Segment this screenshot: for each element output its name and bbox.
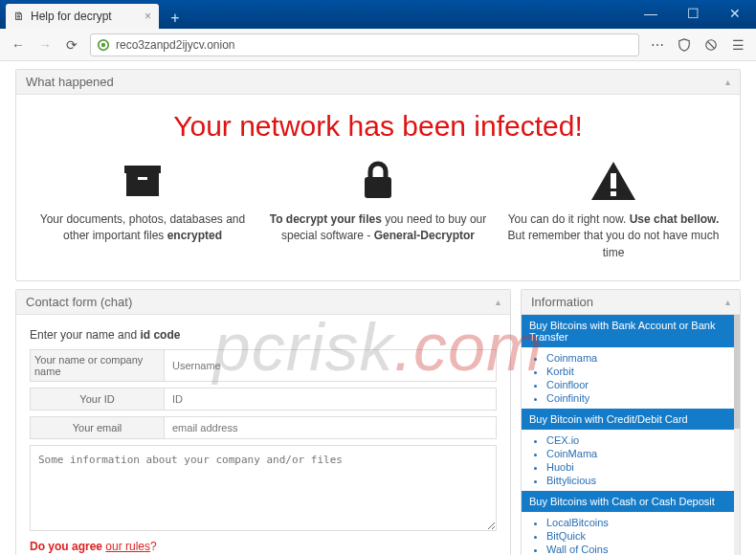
rules-link[interactable]: our rules [105, 540, 150, 553]
col3-pre: You can do it right now. [508, 212, 630, 226]
address-bar[interactable]: reco3zanpd2ijycv.onion [90, 33, 639, 56]
maximize-button[interactable]: ☐ [672, 0, 714, 27]
info-scrollbar[interactable] [734, 315, 740, 555]
info-link[interactable]: Coinmama [546, 351, 734, 365]
more-icon[interactable]: ⋯ [649, 36, 666, 54]
url-text: reco3zanpd2ijycv.onion [116, 38, 633, 52]
col3-strong: Use chat bellow. [630, 212, 720, 226]
col2-strong: To decrypt your files [270, 212, 382, 226]
info-group-header: Buy Bitcoin with Credit/Debit Card [522, 409, 734, 430]
col1-strong: encrypted [167, 229, 222, 242]
info-link[interactable]: BitQuick [546, 529, 734, 543]
chevron-up-icon[interactable]: ▴ [496, 297, 500, 307]
menu-icon[interactable]: ☰ [729, 36, 746, 54]
back-icon[interactable]: ← [10, 36, 27, 54]
svg-rect-6 [365, 177, 391, 198]
info-link[interactable]: Wall of Coins [546, 543, 734, 555]
info-link[interactable]: Coinfloor [546, 378, 734, 391]
archive-icon [30, 156, 256, 206]
page-content: What happened ▴ Your network has been in… [0, 61, 756, 555]
info-link[interactable]: CoinMama [546, 447, 734, 460]
contact-prompt: Enter your name and id code [30, 328, 497, 342]
what-happened-label: What happened [26, 75, 114, 89]
info-link[interactable]: CEX.io [546, 433, 734, 447]
contact-header: Contact form (chat) ▴ [16, 290, 510, 315]
svg-rect-3 [124, 166, 161, 173]
svg-point-1 [101, 42, 105, 46]
warning-icon [500, 156, 726, 206]
close-button[interactable]: ✕ [714, 0, 756, 27]
col-encrypted: Your documents, photos, databases and ot… [30, 156, 256, 261]
browser-tab[interactable]: 🗎 Help for decrypt × [6, 4, 159, 29]
info-link[interactable]: Bittylicious [546, 474, 734, 487]
new-tab-button[interactable]: + [163, 8, 188, 29]
email-input[interactable] [164, 416, 497, 439]
headline: Your network has been infected! [30, 110, 726, 143]
reload-icon[interactable]: ⟳ [63, 36, 80, 54]
information-panel: Information ▴ Buy Bitcoins with Bank Acc… [521, 289, 741, 555]
label-name: Your name or company name [30, 349, 164, 382]
svg-rect-7 [611, 173, 616, 189]
window-titlebar: 🗎 Help for decrypt × + — ☐ ✕ [0, 0, 756, 29]
tab-favicon: 🗎 [13, 10, 25, 23]
info-link[interactable]: LocalBitcoins [546, 516, 734, 529]
noscript-icon[interactable] [702, 36, 720, 54]
svg-rect-8 [611, 191, 616, 196]
col-decrypt: To decrypt your files you need to buy ou… [265, 156, 491, 261]
shield-icon[interactable] [676, 36, 693, 54]
label-id: Your ID [30, 388, 164, 411]
info-textarea[interactable] [30, 445, 497, 531]
chevron-up-icon[interactable]: ▴ [725, 77, 730, 87]
browser-toolbar: ← → ⟳ reco3zanpd2ijycv.onion ⋯ ☰ [0, 29, 756, 61]
window-controls: — ☐ ✕ [630, 0, 756, 27]
tab-title: Help for decrypt [31, 10, 112, 23]
information-body: Buy Bitcoins with Bank Account or Bank T… [522, 315, 734, 555]
onion-icon [97, 38, 110, 52]
what-happened-header: What happened ▴ [16, 70, 740, 95]
information-label: Information [531, 295, 593, 309]
col2-strong2: General-Decryptor [374, 229, 475, 242]
lock-icon [265, 156, 491, 206]
minimize-button[interactable]: — [630, 0, 672, 27]
col3-post: But remember that you do not have much t… [508, 229, 720, 258]
label-email: Your email [30, 416, 164, 439]
svg-rect-4 [126, 173, 159, 196]
chevron-up-icon[interactable]: ▴ [725, 297, 730, 307]
contact-header-label: Contact form (chat) [26, 295, 132, 309]
id-input[interactable] [164, 388, 497, 411]
forward-icon[interactable]: → [36, 36, 54, 54]
what-happened-panel: What happened ▴ Your network has been in… [15, 69, 741, 281]
agree-question: Do you agree our rules? [30, 540, 497, 553]
info-link[interactable]: Korbit [546, 365, 734, 378]
information-header: Information ▴ [522, 290, 740, 315]
svg-rect-5 [138, 177, 147, 180]
info-link[interactable]: Coinfinity [546, 391, 734, 405]
info-link[interactable]: Huobi [546, 460, 734, 474]
info-group-header: Buy Bitcoins with Bank Account or Bank T… [522, 315, 734, 347]
col-chat: You can do it right now. Use chat bellow… [500, 156, 726, 261]
name-input[interactable] [164, 349, 497, 382]
tab-close-icon[interactable]: × [145, 10, 151, 23]
info-group-header: Buy Bitcoins with Cash or Cash Deposit [522, 491, 734, 512]
contact-panel: Contact form (chat) ▴ Enter your name an… [15, 289, 511, 555]
